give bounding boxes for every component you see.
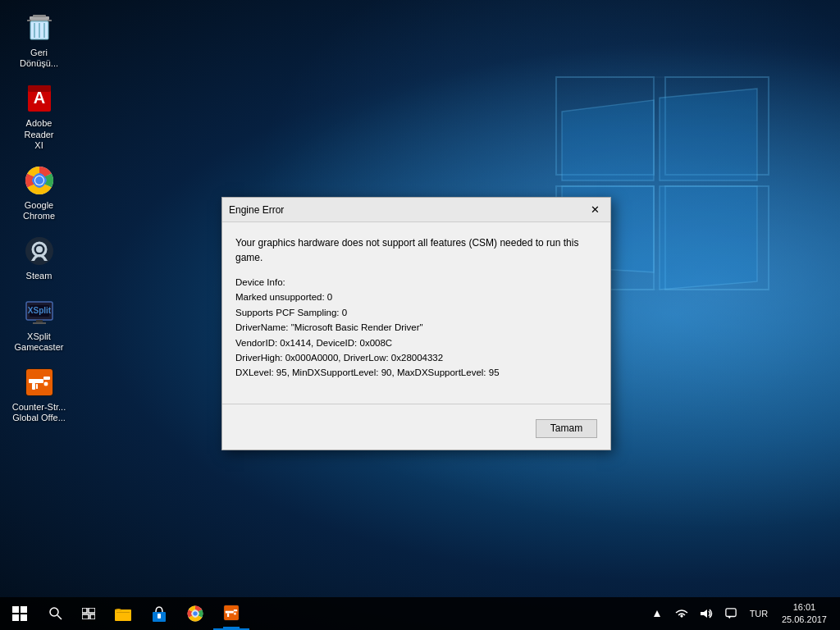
adobe-reader-icon: A [23, 82, 56, 115]
dialog-body: Your graphics hardware does not support … [222, 222, 610, 404]
svg-rect-7 [33, 15, 46, 17]
dialog-footer: Tamam [222, 413, 610, 450]
desktop-icon-adobe-reader[interactable]: A Adobe ReaderXI [8, 79, 70, 154]
taskbar-date-display: 25.06.2017 [782, 614, 827, 626]
desktop-icon-csgo[interactable]: Counter-Str...Global Offe... [8, 363, 70, 427]
taskbar-volume-icon[interactable] [695, 597, 718, 630]
svg-rect-57 [234, 609, 237, 611]
svg-rect-13 [27, 20, 31, 21]
taskbar-app-csgo[interactable] [213, 597, 249, 630]
taskbar-search-button[interactable] [39, 597, 72, 630]
svg-rect-47 [115, 609, 131, 621]
desktop: GeriDönüşü... A Adobe ReaderXI [0, 0, 840, 630]
svg-rect-39 [12, 614, 19, 621]
recycle-bin-label: GeriDönüşü... [20, 48, 58, 69]
svg-rect-33 [43, 377, 50, 380]
svg-rect-45 [82, 614, 89, 619]
dialog-close-button[interactable]: ✕ [586, 201, 604, 219]
svg-point-36 [43, 381, 48, 386]
google-chrome-icon [23, 164, 56, 197]
svg-marker-61 [701, 609, 707, 618]
svg-marker-60 [654, 610, 660, 617]
google-chrome-label: GoogleChrome [23, 200, 55, 221]
svg-rect-38 [21, 606, 27, 613]
taskbar: TUR 16:01 25.06.2017 [0, 597, 840, 630]
steam-icon [23, 235, 56, 267]
taskbar-notification-icon[interactable] [719, 597, 742, 630]
language-label: TUR [750, 609, 769, 619]
svg-rect-58 [227, 614, 229, 617]
taskbar-system-tray: TUR 16:01 25.06.2017 [646, 597, 840, 630]
steam-label: Steam [26, 271, 52, 281]
svg-rect-46 [90, 614, 95, 619]
adobe-reader-label: Adobe ReaderXI [11, 118, 66, 151]
svg-rect-34 [32, 383, 35, 390]
taskbar-app-file-explorer[interactable] [105, 597, 141, 630]
svg-point-24 [36, 246, 43, 253]
svg-text:XSplit: XSplit [27, 306, 51, 315]
dialog-message: Your graphics hardware does not support … [235, 235, 597, 265]
svg-point-53 [193, 611, 198, 616]
desktop-icon-xsplit[interactable]: XSplit XSplitGamecaster [8, 292, 70, 356]
error-dialog: Engine Error ✕ Your graphics hardware do… [221, 197, 611, 450]
taskbar-wifi-icon[interactable] [670, 597, 693, 630]
chevron-up-icon [654, 609, 660, 618]
svg-rect-35 [36, 384, 38, 389]
desktop-icons-container: GeriDönüşü... A Adobe ReaderXI [8, 8, 70, 427]
desktop-icon-google-chrome[interactable]: GoogleChrome [8, 161, 70, 225]
svg-marker-63 [728, 617, 731, 619]
svg-rect-48 [116, 612, 130, 613]
dialog-separator [222, 404, 610, 404]
csgo-icon [23, 366, 56, 399]
file-explorer-icon [115, 606, 131, 621]
svg-rect-40 [21, 614, 27, 621]
recycle-bin-icon [23, 11, 56, 44]
taskbar-clock[interactable]: 16:01 25.06.2017 [775, 597, 833, 630]
svg-rect-37 [12, 606, 19, 613]
device-info-line-3: DriverName: "Microsoft Basic Render Driv… [235, 320, 597, 335]
device-info-line-6: DXLevel: 95, MinDXSupportLevel: 90, MaxD… [235, 365, 597, 380]
svg-rect-44 [89, 608, 95, 613]
svg-line-42 [57, 615, 62, 619]
svg-rect-32 [29, 379, 43, 383]
windows-start-icon [12, 606, 27, 621]
svg-rect-29 [33, 322, 46, 324]
chrome-taskbar-icon [187, 605, 203, 622]
svg-point-41 [50, 608, 58, 616]
dialog-ok-button[interactable]: Tamam [536, 419, 597, 438]
desktop-icon-recycle-bin[interactable]: GeriDönüşü... [8, 8, 70, 72]
taskbar-app-store[interactable] [141, 597, 177, 630]
taskbar-apps [105, 597, 646, 630]
svg-point-59 [234, 612, 236, 614]
store-icon [151, 605, 167, 622]
taskbar-time-display: 16:01 [793, 601, 816, 614]
dialog-titlebar: Engine Error ✕ [222, 198, 610, 222]
svg-rect-56 [226, 611, 234, 614]
svg-rect-14 [48, 20, 52, 21]
task-view-icon [82, 608, 95, 619]
xsplit-label: XSplitGamecaster [15, 331, 64, 353]
svg-rect-62 [726, 609, 736, 617]
taskbar-app-chrome[interactable] [177, 597, 213, 630]
xsplit-icon: XSplit [23, 295, 56, 328]
wifi-icon [675, 608, 688, 619]
desktop-icon-steam[interactable]: Steam [8, 231, 70, 285]
device-info-line-4: VendorID: 0x1414, DeviceID: 0x008C [235, 336, 597, 350]
svg-rect-28 [36, 320, 43, 322]
taskbar-language-selector[interactable]: TUR [744, 597, 774, 630]
svg-rect-50 [158, 614, 161, 619]
taskbar-tray-chevron[interactable] [646, 597, 669, 630]
notification-icon [724, 608, 737, 619]
taskbar-start-button[interactable] [0, 597, 39, 630]
dialog-title: Engine Error [229, 204, 586, 216]
volume-icon [700, 608, 713, 619]
dialog-device-info: Device Info: Marked unsupported: 0 Suppo… [235, 275, 597, 381]
csgo-label: Counter-Str...Global Offe... [12, 402, 66, 423]
device-info-line-1: Marked unsupported: 0 [235, 290, 597, 304]
device-info-label: Device Info: [235, 275, 597, 290]
device-info-line-2: Supports PCF Sampling: 0 [235, 305, 597, 320]
csgo-taskbar-icon [223, 605, 240, 621]
svg-rect-17 [28, 85, 51, 92]
taskbar-task-view-button[interactable] [72, 597, 105, 630]
svg-rect-43 [82, 608, 87, 613]
